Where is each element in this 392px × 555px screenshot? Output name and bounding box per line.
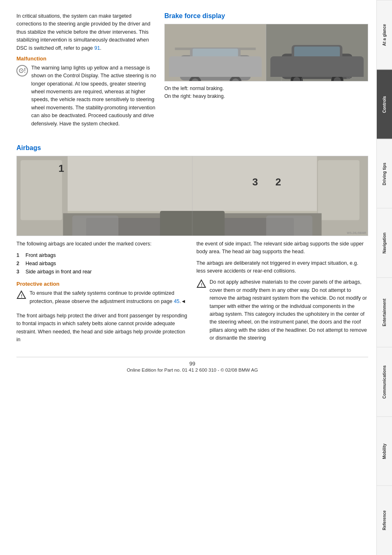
airbags-list: 1 Front airbags 2 Head airbags 3 Side ai… bbox=[16, 251, 188, 276]
page-number: 99 bbox=[16, 361, 368, 367]
triangle-warning-icon: ! bbox=[16, 290, 26, 300]
following-airbags-text: The following airbags are located under … bbox=[16, 240, 188, 248]
brake-image-right bbox=[266, 24, 368, 81]
svg-rect-26 bbox=[318, 160, 360, 220]
sidebar-tab-reference[interactable]: Reference bbox=[377, 486, 392, 555]
malfunction-text: The warning lamp lights up yellow and a … bbox=[31, 64, 156, 128]
triangle-warning-icon-2: ! bbox=[196, 279, 206, 289]
sidebar-tab-entertainment[interactable]: Entertainment bbox=[377, 278, 392, 347]
protective-action-warning: ! To ensure that the safety systems cont… bbox=[16, 289, 188, 309]
sidebar-tab-communications[interactable]: Communications bbox=[377, 347, 392, 416]
list-item: 1 Front airbags bbox=[16, 251, 188, 259]
brake-image-inner bbox=[165, 24, 368, 81]
svg-text:!: ! bbox=[201, 283, 202, 287]
brake-force-section: Brake force display bbox=[164, 12, 368, 134]
page-45-link[interactable]: 45 bbox=[174, 298, 180, 304]
brake-caption: On the left: normal braking. On the righ… bbox=[164, 85, 368, 100]
main-content: In critical situations, the system can m… bbox=[0, 0, 376, 555]
not-triggered-text: The airbags are deliberately not trigger… bbox=[196, 259, 368, 275]
list-item: 3 Side airbags in front and rear bbox=[16, 268, 188, 276]
list-item: 2 Head airbags bbox=[16, 259, 188, 268]
brake-force-image: WS-24C/08/AR bbox=[164, 24, 368, 81]
svg-rect-24 bbox=[21, 160, 62, 220]
top-section: In critical situations, the system can m… bbox=[16, 12, 368, 134]
svg-text:!: ! bbox=[21, 294, 22, 298]
dashboard-scene: 1 2 3 WS-24L/08/AR bbox=[17, 156, 368, 236]
svg-rect-16 bbox=[294, 46, 340, 58]
svg-rect-10 bbox=[281, 53, 353, 79]
sidebar-tab-at-a-glance[interactable]: At a glance bbox=[377, 0, 392, 69]
protective-action-heading: Protective action bbox=[16, 281, 188, 287]
airbags-right-text: the event of side impact. The relevant s… bbox=[196, 240, 368, 349]
airbags-left-text: The following airbags are located under … bbox=[16, 240, 188, 349]
front-airbags-text: The front airbags help protect the drive… bbox=[16, 312, 188, 344]
airbags-text-columns: The following airbags are located under … bbox=[16, 240, 368, 349]
left-column: In critical situations, the system can m… bbox=[16, 12, 156, 134]
footer-text: Online Edition for Part no. 01 41 2 600 … bbox=[127, 368, 258, 372]
warning-circle-icon: ⊙! bbox=[16, 65, 28, 76]
svg-text:1: 1 bbox=[58, 162, 64, 173]
sidebar-tab-driving-tips[interactable]: Driving tips bbox=[377, 139, 392, 208]
malfunction-warning-block: ⊙! The warning lamp lights up yellow and… bbox=[16, 64, 156, 131]
airbags-image-watermark: WS-24L/08/AR bbox=[347, 231, 366, 234]
svg-rect-37 bbox=[266, 215, 312, 236]
page-footer: 99 Online Edition for Part no. 01 41 2 6… bbox=[16, 357, 368, 372]
airbags-section: Airbags bbox=[16, 144, 368, 349]
svg-rect-36 bbox=[72, 215, 118, 236]
page-91-link[interactable]: 91 bbox=[94, 45, 100, 51]
svg-text:2: 2 bbox=[275, 176, 281, 187]
airbags-diagram: 1 2 3 WS-24L/08/AR bbox=[16, 156, 368, 236]
do-not-apply-warning: ! Do not apply adhesive materials to the… bbox=[196, 278, 368, 345]
protective-action-text: To ensure that the safety systems contin… bbox=[30, 289, 188, 305]
brake-image-left bbox=[165, 24, 266, 81]
right-sidebar: At a glance Controls Driving tips Naviga… bbox=[376, 0, 392, 555]
do-not-apply-text: Do not apply adhesive materials to the c… bbox=[210, 278, 368, 342]
svg-rect-8 bbox=[193, 49, 238, 60]
svg-text:3: 3 bbox=[252, 176, 258, 187]
brake-image-watermark: WS-24C/08/AR bbox=[346, 77, 366, 80]
side-impact-text: the event of side impact. The relevant s… bbox=[196, 240, 368, 256]
brake-force-heading: Brake force display bbox=[164, 12, 368, 20]
sidebar-tab-controls[interactable]: Controls bbox=[377, 69, 392, 139]
intro-paragraph: In critical situations, the system can m… bbox=[16, 12, 156, 52]
sidebar-tab-mobility[interactable]: Mobility bbox=[377, 416, 392, 486]
svg-rect-2 bbox=[180, 55, 251, 81]
sidebar-tab-navigation[interactable]: Navigation bbox=[377, 208, 392, 278]
malfunction-heading: Malfunction bbox=[16, 56, 156, 62]
airbags-heading: Airbags bbox=[16, 144, 368, 152]
